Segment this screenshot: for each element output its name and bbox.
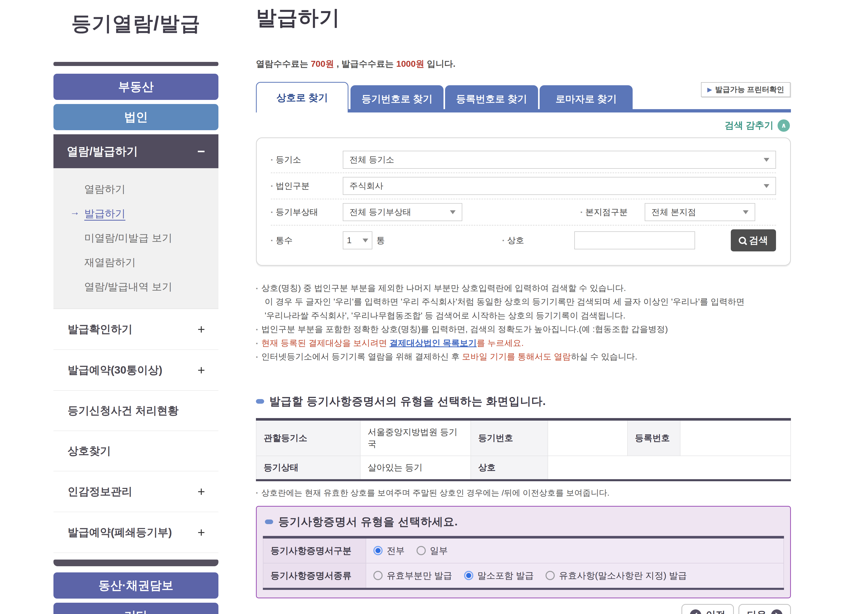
sidebar-category-etc[interactable]: 기타 [53,603,218,614]
sidebar-category-label: 동산·채권담보 [98,578,173,594]
registry-status-select[interactable]: 전체 등기부상태 [343,203,462,221]
registry-office-select[interactable]: 전체 등기소 [343,151,776,169]
plus-icon: + [197,484,205,499]
caret-up-icon: ∧ [778,119,790,132]
page-title: 발급하기 [256,4,791,32]
sidebar-item-seal-info[interactable]: 인감정보관리 + [53,471,218,512]
radio-option-valid-only[interactable]: 유효부분만 발급 [373,569,452,581]
radio-checked-icon[interactable] [373,546,383,555]
table-row: 등기상태 살아있는 등기 상호 [256,456,791,480]
copies-select[interactable]: 1 [343,231,372,250]
plus-icon: + [197,322,205,336]
sidebar-category-collateral[interactable]: 동산·채권담보 [53,572,218,598]
cert-category-options: 전부 일부 [366,537,784,563]
bullet-icon: ▪ [256,284,258,293]
radio-unchecked-icon[interactable] [545,571,555,580]
table-row: 등기사항증명서구분 전부 일부 [263,537,784,563]
form-row-registry-office: ▪ 등기소 전체 등기소 [271,147,776,173]
cert-type-box: 등기사항증명서 유형을 선택하세요. 등기사항증명서구분 전부 일부 [256,506,791,598]
bullet-icon: ▪ [271,157,273,163]
cert-kind-options: 유효부분만 발급 말소포함 발급 유효사항(말소사항란 지정) 발급 [366,563,784,589]
bullet-icon: ▪ [502,237,504,243]
cert-type-section-title: 등기사항증명서 유형을 선택하세요. [265,514,784,529]
sidebar-item-history[interactable]: 열람/발급내역 보기 [53,274,218,299]
next-button[interactable]: 다음 [739,604,791,614]
note-line: '우리나라쌀 주식회사', '우리나무협동조합' 등 검색어로 시작하는 상호의… [256,309,791,322]
sidebar-category-real-estate[interactable]: 부동산 [53,74,218,100]
sidebar-item-unviewed[interactable]: 미열람/미발급 보기 [53,226,218,250]
radio-checked-icon[interactable] [464,571,473,580]
form-row-copies-name: ▪ 통수 1 통 ▪ 상호 검색 [271,225,776,255]
arrow-right-circle-icon [771,609,783,614]
form-row-corporation-type: ▪ 법인구분 주식회사 [271,173,776,199]
printer-check-button[interactable]: ▶ 발급가능 프린터확인 [701,82,790,97]
search-hide-toggle[interactable]: 검색 감추기 ∧ [257,119,790,132]
sidebar-section-view-issue[interactable]: 열람/발급하기 − [53,134,218,168]
registry-office-cell: 서울중앙지방법원 등기국 [360,419,471,456]
sidebar-item-issue-reserve-closed[interactable]: 발급예약(폐쇄등기부) + [53,512,218,553]
sidebar-item-case-status[interactable]: 등기신청사건 처리현황 [53,391,218,431]
copies-label: ▪ 통수 [271,235,343,246]
radio-option-include-cancelled[interactable]: 말소포함 발급 [464,569,534,581]
company-name-input[interactable] [574,231,695,250]
company-cell [548,456,791,480]
registry-office-header: 관할등기소 [256,419,360,456]
radio-option-valid-designated[interactable]: 유효사항(말소사항란 지정) 발급 [545,569,687,581]
chevron-down-icon [450,210,456,214]
radio-unchecked-icon[interactable] [373,571,383,580]
tab-search-by-registration-number[interactable]: 등록번호로 찾기 [445,85,538,112]
note-line-mobile: ▪ 인터넷등기소에서 등기기록 열람을 위해 결제하신 후 모바일 기기를 통해… [256,350,791,363]
tab-search-by-registry-number[interactable]: 등기번호로 찾기 [351,85,444,112]
cert-category-label: 등기사항증명서구분 [263,537,366,563]
registry-state-cell: 살아있는 등기 [360,456,471,480]
bullet-icon: ▪ [256,339,258,347]
sidebar-category-label: 법인 [124,109,148,125]
payment-list-link[interactable]: 결제대상법인 목록보기 [390,338,477,348]
minus-icon: − [197,144,205,159]
radio-option-all[interactable]: 전부 [373,545,405,557]
note-line-payment: ▪ 현재 등록된 결제대상을 보시려면 결제대상법인 목록보기를 누르세요. [256,336,791,350]
branch-type-select[interactable]: 전체 본지점 [645,203,755,221]
radio-unchecked-icon[interactable] [416,546,426,555]
sidebar-item-reread[interactable]: 재열람하기 [53,250,218,274]
bullet-icon: ▪ [256,326,258,333]
tab-search-by-name[interactable]: 상호로 찾기 [256,82,348,112]
table-row: 관할등기소 서울중앙지방법원 등기국 등기번호 등록번호 [256,419,791,456]
cert-info-section-title: 발급할 등기사항증명서의 유형을 선택하는 화면입니다. [256,394,791,409]
chevron-down-icon [363,239,368,242]
note-line: 이 경우 두 글자인 '우리'를 입력하면 '우리 주식회사'처럼 동일한 상호… [256,295,791,309]
search-button[interactable]: 검색 [731,229,776,251]
bullet-icon: ▪ [271,183,273,189]
prev-button[interactable]: 이전 [682,604,734,614]
sidebar-submenu: 열람하기 → 발급하기 미열람/미발급 보기 재열람하기 열람/발급내역 보기 [53,168,218,309]
view-fee-value: 700원 [311,59,334,68]
registry-office-label: ▪ 등기소 [271,154,343,166]
sidebar-item-issue[interactable]: → 발급하기 [53,202,218,226]
company-name-label: ▪ 상호 [502,235,574,246]
tab-search-by-roman[interactable]: 로마자로 찾기 [540,85,633,112]
registry-number-cell [548,419,627,456]
bullet-icon: ▪ [271,237,273,243]
sidebar-item-name-search[interactable]: 상호찾기 [53,431,218,471]
copies-unit: 통 [376,235,385,246]
sidebar-bottom-divider [53,560,218,566]
corporation-type-select[interactable]: 주식회사 [343,177,776,195]
sidebar-category-corporation[interactable]: 법인 [53,104,218,130]
issue-fee-value: 1000원 [396,59,424,68]
radio-option-partial[interactable]: 일부 [416,545,448,557]
note-line: ▪ 법인구분 부분을 포함한 정확한 상호(명칭)를 입력하면, 검색의 정확도… [256,322,791,336]
bullet-icon: ▪ [256,490,258,496]
search-form: ▪ 등기소 전체 등기소 ▪ 법인구분 주식회사 ▪ 등기부상태 [256,137,791,266]
search-notes: ▪ 상호(명칭) 중 법인구분 부분을 제외한 나머지 부분만 상호입력란에 입… [256,281,791,364]
arrow-right-icon: → [70,206,80,217]
bullet-icon: ▪ [256,353,258,361]
bullet-icon: ▪ [581,209,582,215]
sidebar-item-issue-reserve-30[interactable]: 발급예약(30통이상) + [53,350,218,391]
sidebar-section-label: 열람/발급하기 [67,144,138,159]
sidebar-item-issue-check[interactable]: 발급확인하기 + [53,309,218,350]
sidebar-item-view[interactable]: 열람하기 [53,177,218,202]
registration-number-cell [680,419,791,456]
plus-icon: + [197,525,205,540]
chevron-down-icon [764,158,769,162]
cert-kind-label: 등기사항증명서종류 [263,563,366,589]
